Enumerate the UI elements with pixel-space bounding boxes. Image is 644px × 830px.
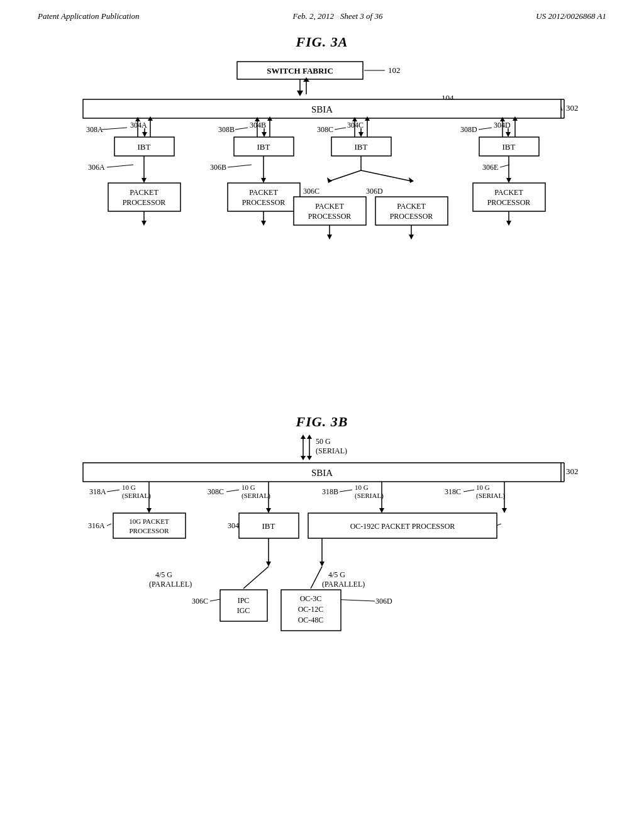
- svg-marker-135: [266, 508, 271, 513]
- svg-rect-127: [113, 513, 186, 538]
- svg-text:SWITCH FABRIC: SWITCH FABRIC: [267, 66, 333, 75]
- svg-line-67: [361, 170, 411, 181]
- svg-text:PACKET: PACKET: [130, 188, 158, 197]
- svg-text:(SERIAL): (SERIAL): [355, 492, 384, 500]
- svg-text:IPC: IPC: [238, 596, 250, 605]
- svg-text:308A: 308A: [86, 125, 103, 134]
- fig3b-diagram: 50 G (SERIAL) SBIA 302 318A 10 G (SERIAL…: [52, 433, 592, 753]
- svg-text:(SERIAL): (SERIAL): [316, 446, 347, 455]
- diagram-area: FIG. 3A SWITCH FABRIC 102 104 SBIA 302 3…: [0, 28, 644, 760]
- svg-text:PACKET: PACKET: [315, 202, 344, 211]
- svg-marker-157: [266, 562, 271, 567]
- svg-text:10 G: 10 G: [242, 484, 255, 491]
- svg-text:4/5 G: 4/5 G: [328, 570, 345, 579]
- svg-line-65: [330, 170, 361, 181]
- svg-marker-92: [506, 221, 511, 226]
- fig3a-title: FIG. 3A: [38, 34, 606, 50]
- svg-marker-161: [319, 562, 325, 567]
- svg-text:IBT: IBT: [502, 142, 516, 152]
- svg-line-126: [107, 524, 111, 526]
- svg-marker-106: [301, 434, 306, 439]
- svg-text:SBIA: SBIA: [311, 468, 333, 478]
- svg-line-176: [311, 567, 322, 589]
- svg-line-165: [210, 599, 220, 601]
- svg-rect-62: [375, 197, 448, 225]
- svg-text:308D: 308D: [460, 125, 477, 134]
- svg-text:(PARALLEL): (PARALLEL): [322, 580, 365, 589]
- svg-text:PACKET: PACKET: [249, 188, 278, 197]
- svg-text:IGC: IGC: [237, 606, 250, 615]
- svg-text:318A: 318A: [89, 487, 106, 496]
- svg-text:OC-12C: OC-12C: [298, 605, 324, 614]
- header-left: Patent Application Publication: [38, 11, 140, 21]
- svg-line-85: [500, 165, 509, 167]
- svg-line-50: [335, 128, 346, 130]
- svg-marker-107: [301, 456, 306, 460]
- svg-text:304C: 304C: [347, 121, 364, 130]
- svg-text:PROCESSOR: PROCESSOR: [390, 212, 433, 221]
- svg-text:PROCESSOR: PROCESSOR: [242, 198, 286, 207]
- svg-text:306E: 306E: [482, 163, 498, 172]
- page-header: Patent Application Publication Feb. 2, 2…: [0, 0, 644, 28]
- svg-line-34: [235, 128, 248, 130]
- svg-text:PROCESSOR: PROCESSOR: [308, 212, 352, 221]
- svg-text:IBT: IBT: [355, 142, 368, 152]
- svg-marker-53: [358, 132, 364, 137]
- svg-text:50 G: 50 G: [316, 437, 331, 446]
- svg-text:IBT: IBT: [138, 142, 151, 152]
- svg-line-141: [340, 490, 352, 492]
- svg-marker-27: [142, 178, 147, 183]
- svg-marker-110: [307, 456, 312, 460]
- svg-text:(SERIAL): (SERIAL): [242, 492, 270, 500]
- svg-text:(SERIAL): (SERIAL): [476, 492, 505, 500]
- svg-line-120: [107, 490, 119, 492]
- svg-line-175: [243, 567, 269, 589]
- svg-rect-59: [294, 197, 366, 225]
- header-center: Feb. 2, 2012 Sheet 3 of 36: [292, 11, 382, 21]
- svg-text:308C: 308C: [208, 487, 224, 496]
- svg-text:306C: 306C: [303, 187, 319, 196]
- svg-text:PROCESSOR: PROCESSOR: [487, 198, 531, 207]
- svg-text:318B: 318B: [322, 487, 338, 496]
- fig3a-diagram: SWITCH FABRIC 102 104 SBIA 302 308A 304A: [52, 55, 592, 407]
- svg-text:302: 302: [566, 467, 579, 476]
- svg-marker-81: [506, 132, 511, 137]
- svg-rect-166: [220, 590, 267, 621]
- svg-rect-88: [473, 183, 545, 211]
- svg-text:306C: 306C: [192, 597, 208, 606]
- svg-text:(SERIAL): (SERIAL): [122, 492, 151, 500]
- svg-text:OC-3C: OC-3C: [300, 594, 322, 603]
- svg-text:PROCESSOR: PROCESSOR: [123, 198, 166, 207]
- svg-marker-5: [297, 91, 303, 96]
- svg-text:10 G: 10 G: [122, 484, 136, 491]
- svg-marker-72: [409, 235, 414, 240]
- svg-text:4/5 G: 4/5 G: [155, 570, 172, 579]
- svg-text:10 G: 10 G: [476, 484, 490, 491]
- svg-text:IBT: IBT: [262, 521, 275, 531]
- svg-line-147: [464, 490, 474, 492]
- svg-text:316A: 316A: [88, 521, 105, 530]
- svg-marker-68: [409, 177, 414, 183]
- svg-text:10G PACKET: 10G PACKET: [129, 517, 169, 525]
- svg-text:102: 102: [388, 65, 401, 75]
- fig3b-title: FIG. 3B: [38, 414, 606, 430]
- svg-marker-70: [327, 235, 332, 240]
- svg-text:SBIA: SBIA: [311, 104, 333, 114]
- svg-text:308C: 308C: [317, 125, 333, 134]
- svg-rect-44: [228, 183, 300, 211]
- header-patent: US 2012/0026868 A1: [536, 11, 606, 21]
- svg-line-131: [226, 490, 239, 492]
- svg-line-78: [479, 128, 492, 130]
- svg-text:304A: 304A: [130, 121, 147, 130]
- svg-text:306A: 306A: [88, 163, 105, 172]
- svg-marker-43: [261, 178, 266, 183]
- svg-text:(PARALLEL): (PARALLEL): [149, 580, 192, 589]
- svg-text:306D: 306D: [366, 187, 383, 196]
- svg-rect-28: [108, 183, 180, 211]
- svg-line-25: [107, 165, 133, 167]
- svg-text:PACKET: PACKET: [397, 202, 426, 211]
- svg-text:302: 302: [566, 103, 579, 113]
- svg-text:OC-192C PACKET PROCESSOR: OC-192C PACKET PROCESSOR: [350, 522, 455, 531]
- svg-text:318C: 318C: [445, 487, 461, 496]
- svg-line-18: [102, 128, 127, 130]
